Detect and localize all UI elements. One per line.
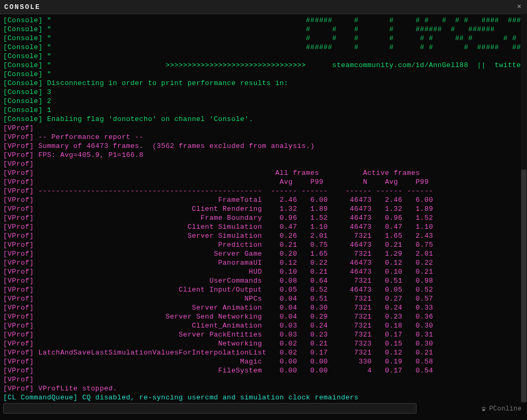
console-line: [Console] " xyxy=(3,52,524,61)
console-line: [VProf] -- Performance report -- xyxy=(3,133,524,142)
window-title: CONSOLE xyxy=(4,3,41,11)
svg-point-2 xyxy=(485,407,486,408)
svg-point-0 xyxy=(482,407,483,408)
console-line: [Console] " xyxy=(3,70,524,79)
paw-icon xyxy=(480,406,487,412)
titlebar: CONSOLE × xyxy=(0,0,527,14)
console-line: [Console] " # # # # # # ## # # # # xyxy=(3,34,524,43)
console-line: [VProf] Client Input/Output 0.05 0.52 46… xyxy=(3,285,524,294)
scrollbar-track[interactable] xyxy=(521,14,527,403)
console-line: [Console] 1 xyxy=(3,106,524,115)
console-line: [Console] " ###### # # # # # # # #### ##… xyxy=(3,16,524,25)
console-line: [VProf] Prediction 0.21 0.75 46473 0.21 … xyxy=(3,240,524,249)
console-line: [VProf] Client Rendering 1.32 1.89 46473… xyxy=(3,204,524,213)
console-line: [VProf] NPCs 0.04 0.51 7321 0.27 0.57 xyxy=(3,294,524,303)
console-line: [Console] Disconnecting in order to prin… xyxy=(3,79,524,88)
console-line: [VProf] Server Send Networking 0.04 0.29… xyxy=(3,312,524,321)
console-line: [VProf] HUD 0.10 0.21 46473 0.10 0.21 xyxy=(3,267,524,276)
console-line: [VProf] All frames Active frames xyxy=(3,169,524,178)
console-line: [VProf] Server Animation 0.04 0.30 7321 … xyxy=(3,303,524,312)
console-line: [VProf] UserCommands 0.08 0.64 7321 0.51… xyxy=(3,276,524,285)
console-line: [Console] 3 xyxy=(3,88,524,97)
console-line: [VProf] Server Simulation 0.26 2.01 7321… xyxy=(3,231,524,240)
close-button[interactable]: × xyxy=(515,3,524,11)
console-line: [VProf] xyxy=(3,160,524,169)
console-line: [VProf] Server Game 0.20 1.65 7321 1.29 … xyxy=(3,249,524,258)
console-line: [VProf] FileSystem 0.00 0.00 4 0.17 0.54 xyxy=(3,366,524,375)
console-line: [VProf] Avg P99 N Avg P99 xyxy=(3,178,524,186)
console-line: [VProf] Client_Animation 0.03 0.24 7321 … xyxy=(3,321,524,330)
console-line: [VProf] --------------------------------… xyxy=(3,186,524,195)
console-line: [VProf] xyxy=(3,124,524,133)
console-line: [VProf] Server PackEntities 0.03 0.23 73… xyxy=(3,330,524,339)
console-line: [VProf] Summary of 46473 frames. (3562 f… xyxy=(3,142,524,151)
console-line: [VProf] VProfLite stopped. xyxy=(3,384,524,393)
console-line: [VProf] Frame Boundary 0.96 1.52 46473 0… xyxy=(3,213,524,222)
svg-point-3 xyxy=(483,409,486,411)
console-line: [VProf] FPS: Avg=405.9, P1=166.8 xyxy=(3,151,524,160)
footer xyxy=(0,403,527,414)
watermark: PConline xyxy=(480,405,522,413)
scrollbar-thumb[interactable] xyxy=(521,170,526,402)
console-line: [VProf] FrameTotal 2.46 6.00 46473 2.46 … xyxy=(3,195,524,204)
console-line: [Console] " >>>>>>>>>>>>>>>>>>>>>>>>>>>>… xyxy=(3,61,524,70)
console-line: [CL CommandQueue] CQ disabled, re-syncin… xyxy=(3,393,524,402)
console-line: [Console] Enabling flag 'donotecho' on c… xyxy=(3,115,524,124)
console-line: [VProf] LatchAndSaveLastSimulationValues… xyxy=(3,348,524,357)
svg-point-1 xyxy=(483,407,484,408)
console-output[interactable]: [Console] " ###### # # # # # # # #### ##… xyxy=(0,14,527,403)
console-line: [VProf] Networking 0.02 0.21 7323 0.15 0… xyxy=(3,339,524,348)
console-input[interactable] xyxy=(3,403,417,414)
console-line: [Console] " ###### # # # # # ##### #####… xyxy=(3,43,524,52)
console-line: [VProf] PanoramaUI 0.12 0.22 46473 0.12 … xyxy=(3,258,524,267)
console-line: [VProf] xyxy=(3,375,524,384)
console-line: [Console] " # # # # ###### # ###### # # … xyxy=(3,25,524,34)
console-line: [Console] 2 xyxy=(3,97,524,106)
console-line: [VProf] Magic 0.00 0.00 330 0.19 0.58 xyxy=(3,357,524,366)
watermark-text: PConline xyxy=(489,405,522,413)
console-line: [VProf] Client Simulation 0.47 1.10 4647… xyxy=(3,222,524,231)
